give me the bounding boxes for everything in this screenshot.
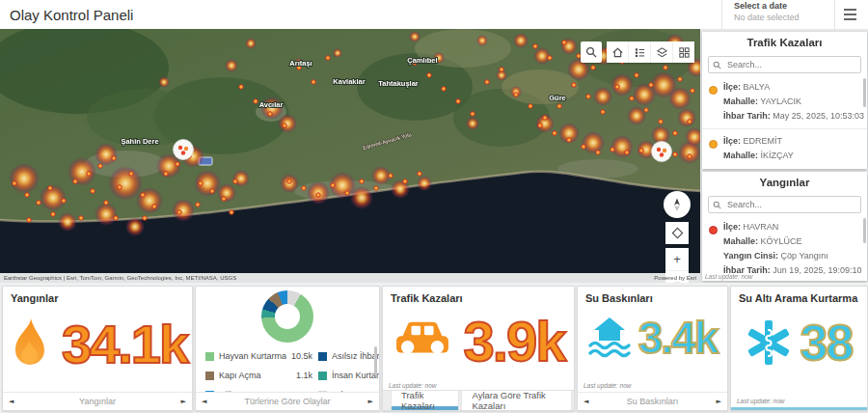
- incident-marker: [254, 99, 258, 103]
- search-icon: [713, 201, 721, 209]
- incident-marker: [557, 104, 561, 108]
- heat-spot: [371, 166, 391, 185]
- incident-marker: [114, 216, 118, 220]
- incident-marker: [548, 56, 552, 60]
- map-basemap-button[interactable]: [673, 41, 694, 63]
- map-toolbar: [581, 41, 694, 63]
- search-icon: [713, 61, 721, 69]
- traffic-incident-icon: [709, 140, 718, 149]
- incident-marker: [596, 151, 600, 154]
- incident-marker: [562, 41, 566, 44]
- field-label: Mahalle:: [723, 236, 758, 246]
- locate-icon: [671, 227, 684, 239]
- tab-traffic-by-month[interactable]: Aylara Göre Trafik Kazaları: [461, 391, 572, 410]
- incident-marker: [572, 83, 576, 87]
- incident-marker: [326, 56, 330, 60]
- heat-spot: [136, 187, 163, 214]
- basemap-grid-icon: [678, 46, 691, 59]
- map-legend-button[interactable]: [629, 41, 651, 63]
- fire-incident-icon: [709, 226, 718, 234]
- last-update-text: Last update: now: [583, 382, 632, 389]
- incident-marker: [485, 80, 489, 84]
- legend-item: Kapı Açma1.1k: [205, 366, 312, 385]
- panel-title: Trafik Kazaları: [702, 32, 867, 53]
- map-place-label: Avcılar: [259, 100, 284, 109]
- zoom-in-button[interactable]: +: [665, 248, 689, 271]
- map-search-button[interactable]: [581, 41, 602, 63]
- next-arrow-icon[interactable]: ►: [717, 398, 721, 405]
- compass-needle-icon: [668, 196, 686, 213]
- next-arrow-icon[interactable]: ►: [368, 398, 373, 405]
- heat-spot: [125, 217, 145, 236]
- incident-marker: [582, 145, 585, 149]
- incident-marker: [615, 85, 619, 89]
- home-icon: [611, 46, 624, 59]
- incident-marker: [316, 193, 320, 197]
- attribution-text: Earthstar Geographics | Esri, TomTom, Ga…: [4, 275, 236, 281]
- date-picker[interactable]: Select a date No date selected: [721, 0, 835, 30]
- main-area: ÇamlıbelArıtaşıKavlaklarTahtakuşlarAvcıl…: [0, 29, 868, 283]
- incident-marker: [345, 191, 349, 195]
- list-item[interactable]: İlçe: EDREMİT Mahalle: İKİZÇAY: [702, 128, 867, 168]
- locate-button[interactable]: [665, 222, 689, 244]
- heat-spot: [466, 117, 479, 130]
- list-item[interactable]: İlçe: BALYA Mahalle: YAYLACIK İhbar Tari…: [702, 75, 867, 128]
- incident-marker: [118, 185, 122, 189]
- compass-button[interactable]: [664, 191, 691, 218]
- heat-spot: [225, 59, 238, 72]
- traffic-search-input[interactable]: [725, 59, 856, 70]
- map-home-button[interactable]: [607, 41, 629, 63]
- incident-marker: [104, 201, 108, 205]
- legend-swatch: [318, 372, 327, 380]
- incident-marker: [141, 193, 145, 197]
- kpi-value: 3.9k: [464, 314, 565, 370]
- incident-marker: [688, 120, 692, 124]
- incident-marker: [98, 164, 102, 168]
- list-item[interactable]: İlçe: HAVRAN Mahalle: KÖYLÜCE Yangın Cin…: [702, 215, 867, 281]
- fires-search[interactable]: [708, 196, 861, 213]
- incident-marker: [230, 210, 233, 214]
- last-update-text: Last update: now: [389, 382, 437, 389]
- scrollbar[interactable]: [863, 78, 866, 107]
- incident-marker: [442, 87, 446, 91]
- search-icon: [585, 46, 597, 58]
- map-layers-button[interactable]: [651, 41, 673, 63]
- incident-marker: [199, 181, 203, 185]
- heat-spot: [68, 157, 96, 186]
- incident-marker: [164, 172, 168, 176]
- tab-traffic-accidents[interactable]: Trafik Kazaları: [391, 391, 459, 410]
- cluster-marker[interactable]: [174, 140, 194, 160]
- tab-fires[interactable]: Yangınlar: [14, 397, 180, 406]
- traffic-accidents-panel: Trafik Kazaları İlçe: BALYA Mahalle: YAY…: [702, 32, 867, 169]
- traffic-kpi-card: Trafik Kazaları 3.9k Last update: now Tr…: [382, 286, 575, 411]
- traffic-search[interactable]: [708, 56, 861, 73]
- tab-incident-types[interactable]: Türlerine Göre Olaylar: [206, 397, 367, 406]
- tab-floods[interactable]: Su Baskınları: [588, 397, 716, 406]
- scrollbar[interactable]: [863, 218, 866, 243]
- incident-marker: [48, 186, 52, 190]
- active-tab-indicator: [731, 407, 867, 410]
- next-arrow-icon[interactable]: ►: [181, 398, 186, 405]
- legend-swatch: [205, 352, 214, 361]
- incident-marker: [233, 179, 237, 183]
- kpi-value: 3.4k: [638, 316, 718, 360]
- donut-chart[interactable]: [261, 290, 313, 343]
- cluster-marker[interactable]: [652, 142, 672, 162]
- incident-marker: [13, 181, 16, 185]
- fires-panel: Yangınlar İlçe: HAVRAN Mahalle: KÖYLÜCE …: [702, 172, 867, 281]
- legend-item: İnsan Kurtarma887: [318, 366, 380, 385]
- incident-marker: [374, 186, 378, 190]
- incident-marker: [73, 179, 77, 183]
- incident-marker: [427, 73, 431, 77]
- heat-spot: [172, 199, 195, 222]
- legend-value: 1.1k: [296, 371, 312, 380]
- map[interactable]: ÇamlıbelArıtaşıKavlaklarTahtakuşlarAvcıl…: [0, 29, 700, 283]
- sidebar: Trafik Kazaları İlçe: BALYA Mahalle: YAY…: [702, 29, 868, 283]
- fires-search-input[interactable]: [725, 199, 856, 210]
- scrollbar[interactable]: [374, 346, 377, 375]
- menu-icon[interactable]: [835, 0, 864, 29]
- heat-spot: [627, 106, 646, 125]
- incident-marker: [360, 179, 364, 183]
- legend-label: İnsan Kurtarma: [332, 371, 380, 380]
- incident-marker: [664, 66, 667, 69]
